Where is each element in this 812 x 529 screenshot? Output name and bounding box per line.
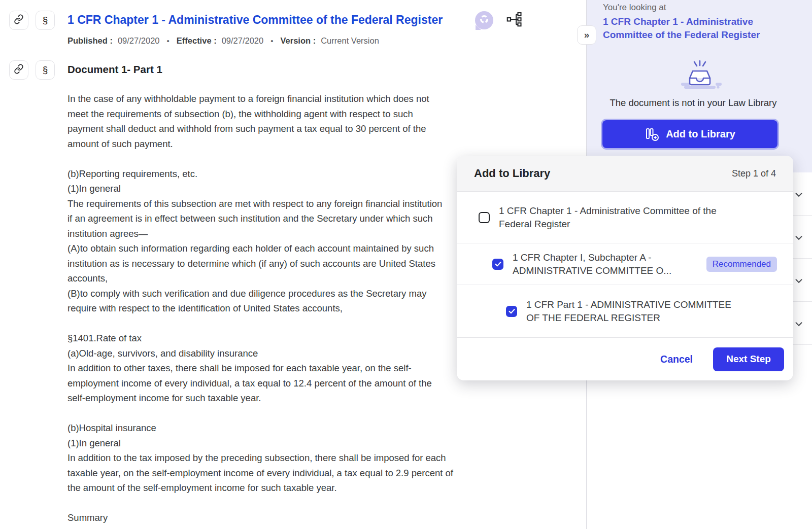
sidebar-document-link[interactable]: 1 CFR Chapter 1 - Administrative Committ… <box>603 15 802 42</box>
add-book-icon <box>645 127 660 142</box>
double-chevron-right-icon: » <box>584 29 590 41</box>
modal-title: Add to Library <box>474 167 550 180</box>
modal-item-chapter: 1 CFR Chapter 1 - Administrative Committ… <box>457 192 793 243</box>
modal-item-subchapter: 1 CFR Chapter I, Subchapter A - ADMINIST… <box>457 243 793 285</box>
document-text-line: (1)In general <box>67 436 580 451</box>
section-sign-icon: § <box>43 64 48 76</box>
cancel-button[interactable]: Cancel <box>660 354 693 365</box>
document-text-line: (b)Hospital insurance <box>67 420 580 436</box>
document-text-line: payment shall deduct and withhold from s… <box>67 121 580 136</box>
document-hierarchy-button[interactable] <box>506 12 522 29</box>
ai-chat-bubble-icon <box>479 14 489 26</box>
document-text-line: amount of such payment. <box>67 136 580 152</box>
copy-link-button-part[interactable] <box>9 60 28 80</box>
modal-item-label: 1 CFR Chapter 1 - Administrative Committ… <box>499 204 737 231</box>
document-text-line: In addition to the tax imposed by the pr… <box>67 450 580 466</box>
document-text-line: the amount of the self-employment income… <box>67 480 580 496</box>
modal-footer: Cancel Next Step <box>457 337 793 380</box>
ai-assistant-button[interactable] <box>475 11 493 29</box>
empty-inbox-icon <box>673 86 726 95</box>
checkbox-part[interactable] <box>506 306 517 317</box>
copy-link-button[interactable] <box>9 11 28 30</box>
version-label: Version : <box>281 36 316 46</box>
section-reference-button-part[interactable]: § <box>36 60 55 80</box>
checkbox-subchapter[interactable] <box>492 259 503 270</box>
section-reference-button[interactable]: § <box>36 11 55 30</box>
published-label: Published : <box>67 36 113 46</box>
document-text-line: self-employment income for such taxable … <box>67 391 580 406</box>
modal-header: Add to Library Step 1 of 4 <box>457 156 793 192</box>
meta-separator: • <box>165 37 172 45</box>
section-sign-icon: § <box>43 15 48 26</box>
recommended-badge: Recommended <box>706 257 777 272</box>
part-heading: Document 1- Part 1 <box>67 63 162 76</box>
meta-separator: • <box>268 37 275 45</box>
modal-item-label: 1 CFR Part 1 - ADMINISTRATIVE COMMITTEE … <box>526 298 739 325</box>
tree-structure-icon <box>506 20 522 28</box>
document-text-line: taxable year, on the self-employment inc… <box>67 466 580 481</box>
next-step-button[interactable]: Next Step <box>713 347 784 371</box>
published-value: 09/27/2020 <box>118 36 160 46</box>
looking-at-label: You're looking at <box>603 1 812 14</box>
link-icon <box>14 14 24 27</box>
sidebar-summary-section: You're looking at 1 CFR Chapter 1 - Admi… <box>587 0 812 172</box>
effective-label: Effective : <box>177 36 217 46</box>
link-icon <box>14 64 24 77</box>
modal-item-label: 1 CFR Chapter I, Subchapter A - ADMINIST… <box>513 251 691 277</box>
sidebar-collapse-button[interactable]: » <box>577 25 596 45</box>
document-text-line: meet the requirements of subsection (b),… <box>67 107 580 122</box>
effective-value: 09/27/2020 <box>222 36 264 46</box>
empty-library-illustration <box>587 60 812 95</box>
document-meta: Published : 09/27/2020 • Effective : 09/… <box>67 36 379 46</box>
step-indicator: Step 1 of 4 <box>732 168 776 179</box>
checkbox-chapter[interactable] <box>479 212 490 223</box>
document-text-line: In the case of any withholdable payment … <box>67 91 580 107</box>
add-to-library-button[interactable]: Add to Library <box>602 120 777 148</box>
library-status-text: The document is not in your Law Library <box>587 97 800 109</box>
add-to-library-label: Add to Library <box>666 128 735 140</box>
document-title-link[interactable]: 1 CFR Chapter 1 - Administrative Committ… <box>67 12 463 27</box>
document-text-line: Summary <box>67 510 580 525</box>
add-to-library-modal: Add to Library Step 1 of 4 1 CFR Chapter… <box>457 156 793 380</box>
version-value: Current Version <box>321 36 379 46</box>
modal-item-part: 1 CFR Part 1 - ADMINISTRATIVE COMMITTEE … <box>457 285 793 337</box>
